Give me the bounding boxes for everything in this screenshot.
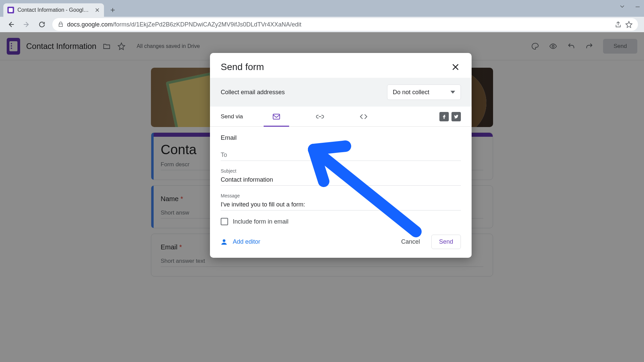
chevron-down-icon[interactable] — [618, 2, 627, 11]
share-facebook-button[interactable] — [439, 112, 449, 121]
svg-point-2 — [223, 239, 225, 242]
link-icon — [316, 112, 324, 121]
share-icon[interactable] — [614, 21, 622, 28]
send-via-embed-tab[interactable] — [354, 107, 374, 127]
url-text: docs.google.com/forms/d/1EkjZePd2B6zKDPN… — [67, 21, 611, 28]
nav-reload-button[interactable] — [37, 19, 47, 29]
subject-label: Subject — [221, 168, 461, 174]
svg-rect-1 — [273, 114, 280, 119]
select-value: Do not collect — [393, 89, 429, 96]
nav-back-button[interactable] — [6, 19, 16, 29]
star-icon[interactable] — [625, 21, 633, 28]
email-section-title: Email — [221, 134, 461, 141]
forms-favicon — [7, 7, 14, 13]
email-icon — [272, 112, 281, 121]
add-editor-button[interactable]: Add editor — [221, 238, 260, 246]
window-minimize-icon[interactable] — [633, 2, 642, 11]
send-form-modal: Send form Collect email addresses Do not… — [210, 53, 472, 258]
send-via-row: Send via — [210, 107, 472, 127]
tab-title: Contact Information - Google Fo — [17, 7, 91, 13]
tab-close-icon[interactable] — [95, 7, 100, 13]
browser-tab-active[interactable]: Contact Information - Google Fo — [3, 3, 104, 17]
collect-email-row: Collect email addresses Do not collect — [210, 78, 472, 107]
send-via-email-tab[interactable] — [266, 107, 286, 127]
new-tab-button[interactable] — [107, 4, 119, 16]
send-via-label: Send via — [221, 113, 243, 120]
lock-icon — [58, 21, 64, 27]
subject-input[interactable] — [221, 174, 461, 186]
address-bar: docs.google.com/forms/d/1EkjZePd2B6zKDPN… — [0, 17, 644, 32]
embed-code-icon — [359, 112, 368, 121]
nav-forward-button[interactable] — [21, 19, 32, 29]
to-input[interactable] — [221, 149, 461, 161]
collect-email-label: Collect email addresses — [221, 89, 285, 96]
include-form-checkbox[interactable] — [221, 218, 228, 225]
chevron-down-icon — [450, 90, 455, 95]
message-input[interactable] — [221, 199, 461, 210]
collect-email-select[interactable]: Do not collect — [387, 84, 461, 100]
include-form-label: Include form in email — [233, 218, 288, 225]
browser-titlebar: Contact Information - Google Fo — [0, 0, 644, 17]
add-editor-label: Add editor — [233, 238, 260, 245]
message-label: Message — [221, 193, 461, 198]
person-add-icon — [221, 238, 229, 246]
share-twitter-button[interactable] — [451, 112, 461, 121]
close-icon[interactable] — [450, 62, 461, 72]
send-button[interactable]: Send — [431, 235, 461, 249]
send-via-link-tab[interactable] — [310, 107, 330, 127]
cancel-button[interactable]: Cancel — [398, 236, 423, 248]
omnibox[interactable]: docs.google.com/forms/d/1EkjZePd2B6zKDPN… — [52, 18, 638, 31]
modal-title: Send form — [221, 62, 264, 72]
